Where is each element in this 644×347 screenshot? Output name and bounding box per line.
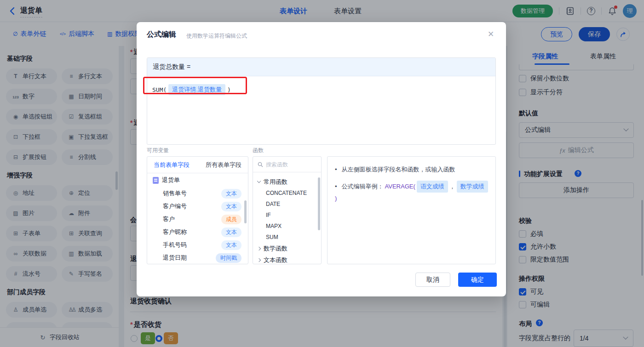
- variable-row[interactable]: 客户编号 文本: [147, 200, 248, 213]
- tab-current-form-fields[interactable]: 当前表单字段: [154, 161, 190, 169]
- function-item[interactable]: IF: [253, 210, 321, 221]
- function-item[interactable]: SUM: [253, 232, 321, 243]
- cancel-button[interactable]: 取消: [415, 273, 450, 287]
- variable-row[interactable]: 客户昵称 文本: [147, 226, 248, 239]
- help-line-1: 从左侧面板选择字段名和函数，或输入函数: [335, 165, 488, 174]
- formula-editor[interactable]: 退货总数量 =: [147, 57, 496, 145]
- modal-title: 公式编辑: [147, 30, 176, 40]
- variable-row[interactable]: 手机号码 文本: [147, 239, 248, 251]
- variable-row[interactable]: 销售单号 文本: [147, 187, 248, 200]
- functions-label: 函数: [253, 147, 264, 154]
- formula-field-pill[interactable]: 退货详情.退货数量: [168, 84, 225, 95]
- type-tag: 成员: [221, 215, 242, 224]
- type-tag: 文本: [221, 228, 242, 237]
- variables-scrollbar[interactable]: [244, 200, 247, 223]
- modal-subtitle: 使用数学运算符编辑公式: [186, 32, 247, 40]
- type-tag: 文本: [221, 202, 242, 211]
- chevron-right-icon: [257, 246, 261, 250]
- type-tag: 文本: [221, 240, 242, 250]
- chevron-right-icon: [257, 258, 261, 262]
- help-line-2: 公式编辑举例： AVERAGE( 语文成绩 ， 数学成绩 ): [335, 181, 488, 203]
- close-icon[interactable]: ✕: [486, 30, 495, 39]
- function-search-input[interactable]: [266, 161, 312, 168]
- tab-all-form-fields[interactable]: 所有表单字段: [206, 161, 242, 169]
- variables-panel: 当前表单字段 所有表单字段 退货单 销售单号 文本 客户编号 文本 客户 成员 …: [147, 156, 248, 264]
- formula-close-paren: ): [227, 86, 231, 93]
- formula-help-panel: 从左侧面板选择字段名和函数，或输入函数 公式编辑举例： AVERAGE( 语文成…: [327, 156, 496, 264]
- group-common-functions[interactable]: 常用函数: [253, 176, 321, 188]
- formula-edit-modal: 公式编辑 使用数学运算符编辑公式 ✕ 退货总数量 = SUM( 退货详情.退货数…: [137, 22, 506, 296]
- formula-function-name: SUM(: [152, 86, 167, 93]
- example-field-pill: 数学成绩: [457, 181, 488, 193]
- function-item[interactable]: CONCATENATE: [253, 188, 321, 199]
- example-field-pill: 语文成绩: [417, 181, 448, 193]
- example-function-name: AVERAGE(: [385, 182, 415, 191]
- function-search[interactable]: [253, 157, 321, 172]
- confirm-button[interactable]: 确定: [458, 273, 497, 287]
- variables-label: 可用变量: [147, 147, 169, 154]
- formula-expression[interactable]: SUM( 退货详情.退货数量 ): [152, 84, 231, 95]
- variables-root-node[interactable]: 退货单: [147, 173, 248, 187]
- functions-scrollbar[interactable]: [318, 177, 320, 230]
- example-close-paren: ): [335, 194, 337, 203]
- group-math-functions[interactable]: 数学函数: [253, 243, 321, 254]
- type-tag: 时间戳: [216, 253, 242, 263]
- search-icon: [258, 162, 263, 167]
- function-item[interactable]: MAPX: [253, 221, 321, 232]
- functions-panel: 常用函数 CONCATENATE DATE IF MAPX SUM 数学函数 文…: [253, 156, 322, 264]
- function-item[interactable]: DATE: [253, 199, 321, 210]
- type-tag: 文本: [221, 189, 242, 199]
- chevron-down-icon: [257, 179, 261, 183]
- group-text-functions[interactable]: 文本函数: [253, 254, 321, 264]
- variable-row[interactable]: 退货日期 时间戳: [147, 251, 248, 264]
- variable-row[interactable]: 客户 成员: [147, 213, 248, 226]
- form-doc-icon: [153, 177, 159, 184]
- formula-target-bar: 退货总数量 =: [147, 58, 495, 76]
